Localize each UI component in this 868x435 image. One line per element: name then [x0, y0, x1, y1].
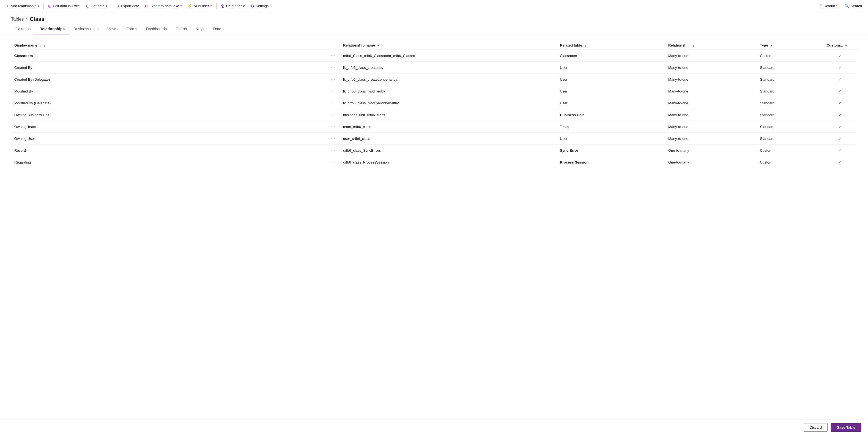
cell-custom: ✓	[823, 62, 857, 74]
cell-type: Custom	[756, 50, 823, 62]
check-icon: ✓	[839, 124, 842, 129]
cell-related-table: Business Unit	[557, 109, 665, 121]
export-icon: ⇥	[116, 4, 120, 8]
tab-relationships[interactable]: Relationships	[35, 24, 69, 34]
cell-type: Custom	[756, 145, 823, 156]
toolbar: ＋ Add relationship ▾ ⊞ Edit data in Exce…	[0, 0, 868, 12]
default-button[interactable]: ☰ Default ▾	[817, 3, 840, 9]
database-icon: ⬡	[86, 4, 89, 8]
separator-1	[43, 3, 44, 9]
cell-type: Standard	[756, 133, 823, 145]
check-icon: ✓	[839, 53, 842, 58]
export-lake-button[interactable]: ↻ Export to data lake ▾	[143, 3, 184, 9]
tab-keys[interactable]: Keys	[191, 24, 209, 34]
row-context-menu-button[interactable]: ···	[330, 64, 337, 70]
table-row: Owning Team···team_crfb6_classTeamMany-t…	[11, 121, 857, 133]
cell-relationship-name: lk_crfb6_class_createdby	[340, 62, 557, 74]
check-icon: ✓	[839, 148, 842, 152]
search-button[interactable]: 🔍 Search	[842, 3, 865, 9]
cell-display-name: Modified By	[11, 85, 326, 97]
cell-relationship-name: business_unit_crfb6_class	[340, 109, 557, 121]
tab-dashboards[interactable]: Dashboards	[142, 24, 172, 34]
relname-sort-icon: ∨	[377, 44, 379, 47]
check-icon: ✓	[839, 65, 842, 70]
col-header-display-name[interactable]: Display name ↑ ∨	[11, 41, 326, 50]
row-context-menu-button[interactable]: ···	[330, 53, 337, 59]
cell-type: Standard	[756, 74, 823, 85]
cell-related-table: User	[557, 133, 665, 145]
cell-relationship-name: crfb6_class_ProcessSession	[340, 156, 557, 168]
col-header-relationship[interactable]: Relationshi... ∨	[665, 41, 756, 50]
cell-dots: ···	[326, 133, 340, 145]
separator-2	[112, 3, 112, 9]
cell-custom: ✓	[823, 121, 857, 133]
cell-display-name: Created By (Delegate)	[11, 74, 326, 85]
delete-table-button[interactable]: 🗑 Delete table	[219, 3, 247, 9]
gear-icon: ⚙	[251, 4, 254, 8]
sort-asc-icon: ↑	[39, 44, 41, 47]
search-icon: 🔍	[845, 4, 849, 8]
row-context-menu-button[interactable]: ···	[330, 88, 337, 94]
cell-relationship-type: One-to-many	[665, 156, 756, 168]
col-header-related-table[interactable]: Related table ∨	[557, 41, 665, 50]
row-context-menu-button[interactable]: ···	[330, 76, 337, 82]
cell-relationship-name: team_crfb6_class	[340, 121, 557, 133]
table-row: Classroom···crfb6_Class_crfb6_Classroom_…	[11, 50, 857, 62]
ai-builder-button[interactable]: ⚡ AI Builder ▾	[185, 3, 214, 9]
check-icon: ✓	[839, 77, 842, 82]
get-data-button[interactable]: ⬡ Get data ▾	[84, 3, 110, 9]
tab-views[interactable]: Views	[103, 24, 122, 34]
cell-related-table: Team	[557, 121, 665, 133]
cell-custom: ✓	[823, 85, 857, 97]
export-data-button[interactable]: ⇥ Export data	[114, 3, 142, 9]
ai-builder-chevron-icon: ▾	[211, 4, 212, 7]
cell-display-name: Owning Business Unit	[11, 109, 326, 121]
cell-relationship-type: Many-to-one	[665, 121, 756, 133]
cell-custom: ✓	[823, 133, 857, 145]
table-row: Created By···lk_crfb6_class_createdbyUse…	[11, 62, 857, 74]
cell-related-table: Sync Error	[557, 145, 665, 156]
breadcrumb-tables[interactable]: Tables	[11, 17, 24, 22]
cell-display-name: Created By	[11, 62, 326, 74]
settings-button[interactable]: ⚙ Settings	[248, 3, 271, 9]
row-context-menu-button[interactable]: ···	[330, 159, 337, 165]
row-context-menu-button[interactable]: ···	[330, 100, 337, 106]
check-icon: ✓	[839, 160, 842, 164]
row-context-menu-button[interactable]: ···	[330, 147, 337, 153]
row-context-menu-button[interactable]: ···	[330, 136, 337, 142]
add-icon: ＋	[5, 4, 9, 8]
cell-display-name: Modified By (Delegate)	[11, 97, 326, 109]
cell-display-name: Classroom	[11, 50, 326, 62]
cell-display-name: Regarding	[11, 156, 326, 168]
col-header-relationship-name[interactable]: Relationship name ∨	[340, 41, 557, 50]
add-relationship-button[interactable]: ＋ Add relationship ▾	[3, 2, 41, 10]
col-header-type[interactable]: Type ∨	[756, 41, 823, 50]
separator-3	[216, 3, 217, 9]
table-row: Modified By···lk_crfb6_class_modifiedbyU…	[11, 85, 857, 97]
cell-type: Standard	[756, 62, 823, 74]
tab-business-rules[interactable]: Business rules	[69, 24, 103, 34]
breadcrumb: Tables › Class	[0, 12, 868, 24]
cell-relationship-name: lk_crfb6_class_modifiedby	[340, 85, 557, 97]
tab-forms[interactable]: Forms	[122, 24, 142, 34]
toolbar-right: ☰ Default ▾ 🔍 Search	[817, 3, 865, 9]
tabs: Columns Relationships Business rules Vie…	[0, 24, 868, 34]
col-header-custom[interactable]: Custom... ∨	[823, 41, 857, 50]
cell-relationship-name: user_crfb6_class	[340, 133, 557, 145]
cell-custom: ✓	[823, 97, 857, 109]
cell-custom: ✓	[823, 156, 857, 168]
default-chevron-icon: ▾	[836, 4, 837, 7]
row-context-menu-button[interactable]: ···	[330, 112, 337, 118]
table-row: Record···crfb6_class_SyncErrorsSync Erro…	[11, 145, 857, 156]
cell-relationship-type: Many-to-one	[665, 74, 756, 85]
row-context-menu-button[interactable]: ···	[330, 124, 337, 130]
tab-data[interactable]: Data	[209, 24, 226, 34]
custom-sort-icon: ∨	[845, 44, 847, 47]
tab-columns[interactable]: Columns	[11, 24, 35, 34]
cell-dots: ···	[326, 156, 340, 168]
relationships-table: Display name ↑ ∨ Relationship name ∨ Rel…	[11, 41, 857, 168]
tab-charts[interactable]: Charts	[171, 24, 191, 34]
edit-excel-button[interactable]: ⊞ Edit data in Excel	[46, 3, 83, 9]
cell-relationship-name: crfb6_Class_crfb6_Classroom_crfb6_Classr…	[340, 50, 557, 62]
cell-relationship-type: Many-to-one	[665, 62, 756, 74]
